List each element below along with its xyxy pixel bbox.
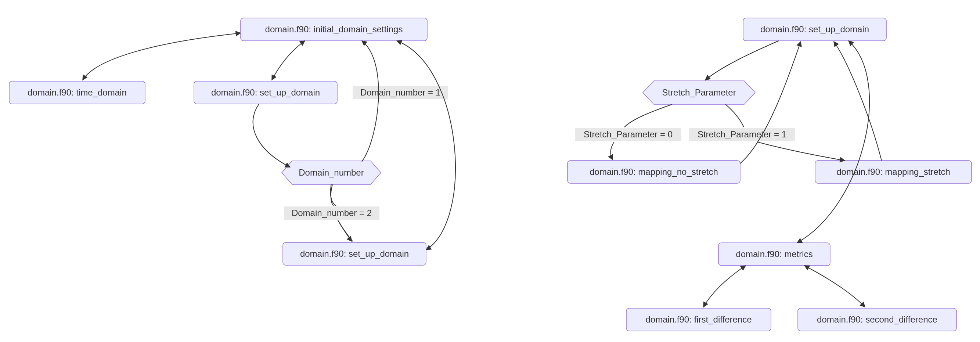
edge-setup-metrics [797, 41, 869, 243]
edge-initial-time [83, 33, 240, 80]
node-domain-number-decision-label: Domain_number [299, 167, 364, 177]
node-second-difference-label: domain.f90: second_difference [817, 315, 937, 325]
edge-decision-initial [362, 41, 379, 162]
node-initial-domain-settings-label: domain.f90: initial_domain_settings [265, 24, 403, 34]
edge-decision-nostretch-a [624, 104, 672, 127]
node-mapping-no-stretch-label: domain.f90: mapping_no_stretch [590, 167, 718, 177]
edge-label-dn1: Domain_number = 1 [360, 87, 441, 97]
edge-label-p1: Stretch_Parameter = 1 [698, 129, 786, 139]
edge-r-setup-decision [705, 41, 779, 80]
edge-decision-stretch-a [725, 104, 744, 127]
node-metrics-label: domain.f90: metrics [736, 249, 813, 259]
node-set-up-domain-2-label: domain.f90: set_up_domain [300, 249, 409, 259]
node-r-set-up-domain-label: domain.f90: set_up_domain [760, 24, 869, 34]
edge-label-dn2: Domain_number = 2 [292, 208, 372, 218]
edge-decision-nostretch-b [611, 142, 614, 160]
node-first-difference-label: domain.f90: first_difference [645, 315, 751, 325]
edge-setup1-decision [253, 104, 290, 167]
edge-metrics-second [804, 266, 865, 307]
edge-stretch-setup [834, 41, 881, 161]
edge-label-p0: Stretch_Parameter = 0 [584, 129, 673, 139]
edge-initial-setup1 [272, 41, 305, 80]
node-time-domain-label: domain.f90: time_domain [27, 87, 126, 97]
edge-decision-stretch-b [757, 142, 845, 161]
node-set-up-domain-1-label: domain.f90: set_up_domain [211, 87, 320, 97]
flowchart-diagram: domain.f90: initial_domain_settings doma… [0, 0, 980, 342]
edge-setup2-initial [397, 41, 455, 250]
edge-metrics-first [703, 266, 746, 307]
node-stretch-decision-label: Stretch_Parameter [662, 87, 736, 97]
